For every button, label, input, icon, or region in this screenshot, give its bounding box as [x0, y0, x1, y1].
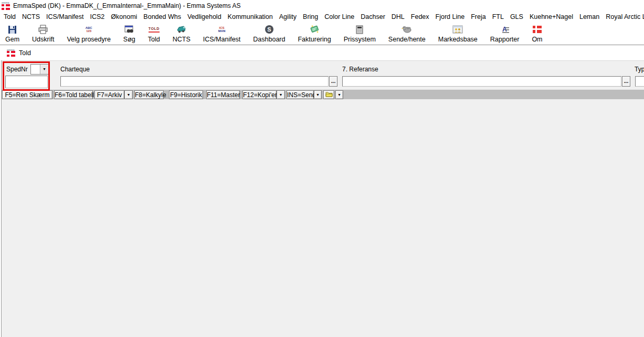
tab-told-icon: emma: [7, 49, 15, 57]
flag-icon: [533, 24, 542, 35]
menu-freja[interactable]: Freja: [471, 13, 485, 20]
menu-vedligehold[interactable]: Vedligehold: [187, 13, 221, 20]
ics-man-icon: ICSMAN: [218, 24, 226, 35]
function-key-bar: F5=Ren Skærm F6=Told tabell F7=Arkiv ▼ F…: [2, 89, 644, 99]
toolbar-markedsbase-button[interactable]: Markedsbase: [435, 24, 481, 43]
toolbar-label: Told: [148, 36, 160, 43]
f9-historik-button[interactable]: F9=Historik: [169, 90, 203, 99]
ins-send-dropdown-icon[interactable]: ▼: [314, 90, 322, 99]
toolbar-dashboard-button[interactable]: S Dashboard: [250, 24, 288, 43]
truck-icon: [176, 24, 187, 35]
calculator-icon: [356, 24, 363, 35]
menu-dhl[interactable]: DHL: [392, 13, 405, 20]
spednr-combobox[interactable]: ▼: [30, 64, 49, 75]
charteque-label: Charteque: [60, 66, 90, 73]
folder-icon: [325, 91, 333, 97]
folder-dropdown-icon[interactable]: ▼: [335, 90, 343, 99]
menu-leman[interactable]: Leman: [579, 13, 599, 20]
menu-fjord-line[interactable]: Fjord Line: [436, 13, 465, 20]
svg-text:S: S: [267, 26, 271, 33]
toolbar-ics-manifest-button[interactable]: ICSMAN ICS/Manifest: [200, 24, 244, 43]
f12-kopier-button[interactable]: F12=Kopi'er: [242, 90, 277, 99]
invoice-icon: [309, 24, 320, 35]
toolbar-label: ICS/Manifest: [203, 36, 241, 43]
charteque-input[interactable]: [60, 76, 329, 87]
toolbar-label: Gem: [5, 36, 19, 43]
f12-kopier-dropdown-icon[interactable]: ▼: [277, 90, 285, 99]
menu-ftl[interactable]: FTL: [492, 13, 504, 20]
menu-color-line[interactable]: Color Line: [324, 13, 354, 20]
toolbar-om-button[interactable]: Om: [529, 24, 545, 43]
toolbar-gem-button[interactable]: Gem: [2, 24, 23, 43]
dashboard-icon: S: [265, 24, 274, 35]
save-icon: [8, 24, 17, 35]
menu-bring[interactable]: Bring: [303, 13, 318, 20]
toolbar-sende-hente-button[interactable]: Sende/hente: [385, 24, 429, 43]
toolbar-sog-button[interactable]: Søg: [120, 24, 139, 43]
toolbar-label: Dashboard: [253, 36, 285, 43]
menu-told[interactable]: Told: [4, 13, 16, 20]
f5-ren-skaerm-button[interactable]: F5=Ren Skærm: [2, 90, 52, 99]
referanse-input[interactable]: [342, 76, 621, 87]
toolbar-label: Markedsbase: [438, 36, 478, 43]
f8-kalkyle-button[interactable]: F8=Kalkyle: [134, 90, 164, 99]
menu-dachser[interactable]: Dachser: [361, 13, 385, 20]
toolbar-label: Rapporter: [490, 36, 520, 43]
menu-kommunikation[interactable]: Kommunikation: [228, 13, 273, 20]
application-window: emma EmmaSped (DK) - EmmaDK_(_EmmaIntern…: [0, 0, 644, 337]
menu-bar: Told NCTS ICS/Manifest ICS2 Økonomi Bond…: [0, 11, 644, 23]
toolbar-label: Sende/hente: [388, 36, 426, 43]
printer-icon: [38, 24, 48, 35]
toolbar-ncts-button[interactable]: NCTS: [170, 24, 194, 43]
toolbar-label: Udskrift: [32, 36, 54, 43]
tab-told[interactable]: Told: [19, 49, 31, 57]
toolbar-label: Prissystem: [344, 36, 376, 43]
report-icon: A: [500, 24, 510, 35]
f7-arkiv-button[interactable]: F7=Arkiv: [94, 90, 124, 99]
window-title: EmmaSped (DK) - EmmaDK_(_EmmaInternal-_E…: [13, 2, 240, 9]
charteque-browse-button[interactable]: ...: [329, 76, 337, 87]
menu-okonomi[interactable]: Økonomi: [111, 13, 137, 20]
toolbar-label: Om: [532, 36, 542, 43]
f6-told-tabell-button[interactable]: F6=Told tabell: [54, 90, 93, 99]
search-icon: [124, 24, 134, 35]
toolbar-udskrift-button[interactable]: Udskrift: [29, 24, 57, 43]
tab-bar: emma Told: [0, 45, 644, 60]
type-label: Typ: [635, 66, 644, 73]
f11-master-button[interactable]: F11=Master: [206, 90, 240, 99]
chevron-down-icon[interactable]: ▼: [40, 65, 48, 74]
referanse-label: 7. Referanse: [342, 66, 378, 73]
title-bar: emma EmmaSped (DK) - EmmaDK_(_EmmaIntern…: [0, 0, 644, 11]
menu-gls[interactable]: GLS: [510, 13, 523, 20]
client-area: [2, 99, 644, 337]
toolbar-rapporter-button[interactable]: A Rapporter: [487, 24, 523, 43]
menu-royal-arctic-line[interactable]: Royal Arctic Line: [606, 13, 644, 20]
spednr-combo-value: [31, 65, 40, 74]
referanse-browse-button[interactable]: ...: [622, 76, 630, 87]
form-panel: SpedNr ▼ Charteque ... 7. Referanse ... …: [2, 60, 644, 89]
menu-ics-manifest[interactable]: ICS/Manifest: [46, 13, 84, 20]
spednr-input[interactable]: [5, 76, 48, 88]
pigeon-icon: [401, 24, 413, 35]
toolbar-label: Fakturering: [298, 36, 331, 43]
toolbar-told-button[interactable]: TOLD Told: [145, 24, 163, 43]
abc123-icon: ABC123: [86, 24, 92, 35]
menu-agility[interactable]: Agility: [279, 13, 297, 20]
menu-bonded-whs[interactable]: Bonded Whs: [143, 13, 181, 20]
ins-send-button[interactable]: INS=Send: [287, 90, 314, 99]
menu-ics2[interactable]: ICS2: [90, 13, 105, 20]
menu-ncts[interactable]: NCTS: [22, 13, 40, 20]
type-input[interactable]: [635, 76, 644, 87]
toolbar-prissystem-button[interactable]: Prissystem: [341, 24, 379, 43]
toolbar-fakturering-button[interactable]: Fakturering: [294, 24, 334, 43]
toolbar-label: NCTS: [173, 36, 191, 43]
toolbar: Gem Udskrift ABC123 Velg prosedyre Søg T…: [0, 23, 644, 45]
spednr-label: SpedNr: [6, 66, 28, 73]
app-logo-icon: emma: [2, 2, 10, 10]
menu-fedex[interactable]: Fedex: [411, 13, 429, 20]
toolbar-velg-prosedyre-button[interactable]: ABC123 Velg prosedyre: [64, 24, 113, 43]
open-folder-button[interactable]: [323, 90, 334, 99]
told-text-icon: TOLD: [149, 24, 160, 35]
menu-kuehne-nagel[interactable]: Kuehne+Nagel: [530, 13, 573, 20]
f7-arkiv-dropdown-icon[interactable]: ▼: [124, 90, 133, 99]
